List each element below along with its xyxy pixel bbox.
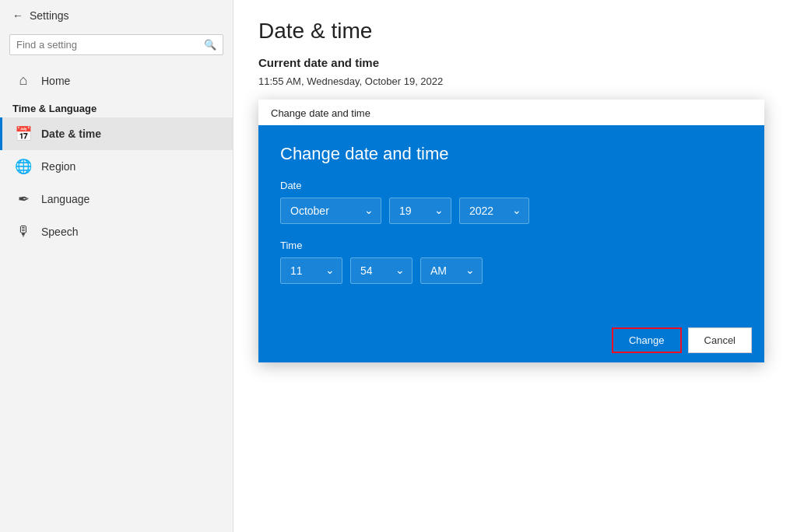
time-dropdowns-row: 123456789101112 000102030405060708091011…: [280, 257, 743, 284]
month-dropdown[interactable]: JanuaryFebruaryMarchAprilMayJuneJulyAugu…: [280, 198, 381, 224]
time-label: Time: [280, 240, 743, 251]
date-dropdowns-row: JanuaryFebruaryMarchAprilMayJuneJulyAugu…: [280, 198, 743, 224]
region-icon: 🌐: [15, 158, 32, 175]
back-arrow-icon: ←: [12, 9, 23, 22]
sidebar-item-language[interactable]: ✒ Language: [0, 183, 233, 215]
sidebar: ← Settings 🔍 ⌂ Home Time & Language 📅 Da…: [0, 0, 233, 532]
current-datetime: 11:55 AM, Wednesday, October 19, 2022: [258, 75, 772, 87]
search-box[interactable]: 🔍: [9, 34, 223, 55]
dialog-body: Change date and time Date JanuaryFebruar…: [258, 125, 764, 318]
sidebar-item-date-time-label: Date & time: [41, 128, 101, 140]
date-label: Date: [280, 180, 743, 191]
year-dropdown-wrapper: 20202021202220232024: [459, 198, 529, 224]
search-input[interactable]: [16, 39, 199, 51]
sidebar-back[interactable]: ← Settings: [0, 0, 233, 31]
current-section-label: Current date and time: [258, 56, 772, 69]
hour-dropdown[interactable]: 123456789101112: [280, 257, 342, 284]
sidebar-item-region[interactable]: 🌐 Region: [0, 150, 233, 183]
home-icon: ⌂: [15, 72, 32, 89]
change-button[interactable]: Change: [612, 327, 682, 353]
day-dropdown[interactable]: 1234567891011121314151617181920212223242…: [389, 198, 451, 224]
minute-dropdown[interactable]: 0001020304050607080910111213141516171819…: [350, 257, 413, 284]
language-icon: ✒: [15, 191, 32, 208]
change-datetime-dialog: Change date and time Change date and tim…: [258, 100, 764, 362]
sidebar-item-home[interactable]: ⌂ Home: [0, 65, 233, 96]
main-content: Date & time Current date and time 11:55 …: [233, 0, 797, 532]
page-title: Date & time: [258, 19, 772, 44]
calendar-icon: 📅: [15, 125, 32, 142]
sidebar-item-region-label: Region: [41, 160, 75, 173]
sidebar-item-language-label: Language: [41, 193, 90, 205]
sidebar-item-home-label: Home: [41, 75, 70, 87]
day-dropdown-wrapper: 1234567891011121314151617181920212223242…: [389, 198, 451, 224]
dialog-titlebar: Change date and time: [258, 100, 764, 125]
minute-dropdown-wrapper: 0001020304050607080910111213141516171819…: [350, 257, 413, 284]
year-dropdown[interactable]: 20202021202220232024: [459, 198, 529, 224]
dialog-body-title: Change date and time: [280, 144, 743, 164]
sidebar-item-date-time[interactable]: 📅 Date & time: [0, 117, 233, 150]
sidebar-item-speech[interactable]: 🎙 Speech: [0, 215, 233, 247]
sidebar-section-title: Time & Language: [0, 96, 233, 117]
month-dropdown-wrapper: JanuaryFebruaryMarchAprilMayJuneJulyAugu…: [280, 198, 381, 224]
search-icon: 🔍: [204, 39, 216, 51]
ampm-dropdown[interactable]: AMPM: [420, 257, 483, 284]
ampm-dropdown-wrapper: AMPM: [420, 257, 483, 284]
sidebar-item-speech-label: Speech: [41, 226, 78, 238]
hour-dropdown-wrapper: 123456789101112: [280, 257, 342, 284]
dialog-footer: Change Cancel: [258, 318, 764, 362]
sidebar-title: Settings: [30, 9, 69, 22]
speech-icon: 🎙: [15, 223, 32, 240]
cancel-button[interactable]: Cancel: [688, 327, 752, 353]
